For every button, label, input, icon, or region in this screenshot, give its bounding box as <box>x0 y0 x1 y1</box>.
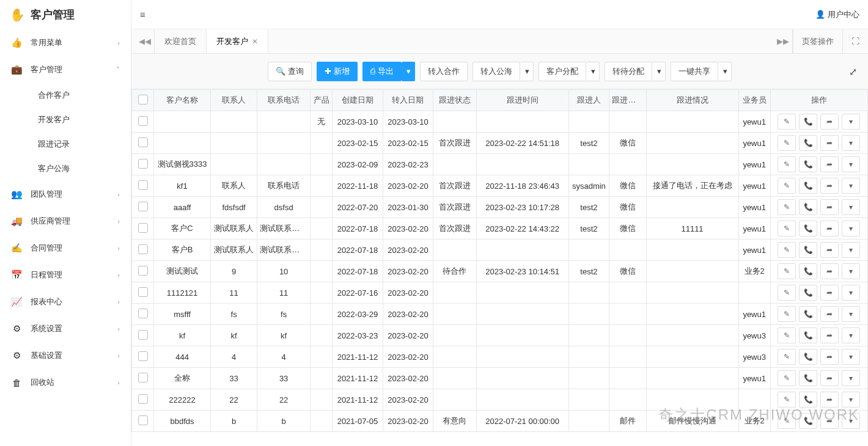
tabs-next-button[interactable]: ▶▶ <box>773 29 793 53</box>
transfer-sea-dropdown[interactable]: ▾ <box>520 62 534 81</box>
more-button[interactable]: ▾ <box>842 178 860 194</box>
sidebar-item-5[interactable]: 📅日程管理› <box>0 261 131 288</box>
edit-button[interactable]: ✎ <box>778 392 796 408</box>
sidebar-item-2[interactable]: 👥团队管理› <box>0 181 131 208</box>
edit-button[interactable]: ✎ <box>778 221 796 236</box>
sidebar-item-6[interactable]: 📈报表中心› <box>0 288 131 315</box>
call-button[interactable]: 📞 <box>799 178 817 194</box>
row-checkbox[interactable] <box>138 373 148 382</box>
edit-button[interactable]: ✎ <box>778 285 796 301</box>
more-button[interactable]: ▾ <box>842 285 860 301</box>
sidebar-item-0[interactable]: 👍常用菜单› <box>0 29 131 56</box>
sidebar-item-4[interactable]: ✍合同管理› <box>0 235 131 261</box>
forward-button[interactable]: ➦ <box>820 178 839 194</box>
row-checkbox[interactable] <box>138 351 148 361</box>
call-button[interactable]: 📞 <box>799 327 817 343</box>
edit-button[interactable]: ✎ <box>778 413 796 429</box>
row-checkbox[interactable] <box>138 415 148 425</box>
edit-button[interactable]: ✎ <box>778 135 796 151</box>
more-button[interactable]: ▾ <box>842 242 860 258</box>
call-button[interactable]: 📞 <box>799 413 817 429</box>
reassign-button[interactable]: 转待分配 <box>605 62 652 81</box>
call-button[interactable]: 📞 <box>799 285 817 301</box>
edit-button[interactable]: ✎ <box>778 199 796 215</box>
forward-button[interactable]: ➦ <box>820 285 839 301</box>
sidebar-item-3[interactable]: 🚚供应商管理› <box>0 208 131 235</box>
edit-button[interactable]: ✎ <box>778 370 796 386</box>
share-button[interactable]: 一键共享 <box>671 62 718 81</box>
more-button[interactable]: ▾ <box>842 392 860 408</box>
collapse-sidebar-button[interactable]: ≡ <box>140 9 145 20</box>
select-all-checkbox[interactable] <box>138 95 148 104</box>
row-checkbox[interactable] <box>138 159 148 169</box>
submenu-item-1-1[interactable]: 开发客户 <box>0 108 131 132</box>
sidebar-item-1[interactable]: 💼客户管理˅ <box>0 56 131 83</box>
edit-button[interactable]: ✎ <box>778 263 796 279</box>
edit-button[interactable]: ✎ <box>778 242 796 258</box>
row-checkbox[interactable] <box>138 116 148 126</box>
more-button[interactable]: ▾ <box>842 135 860 151</box>
row-checkbox[interactable] <box>138 244 148 254</box>
share-dropdown[interactable]: ▾ <box>718 62 732 81</box>
forward-button[interactable]: ➦ <box>820 327 839 343</box>
row-checkbox[interactable] <box>138 330 148 340</box>
call-button[interactable]: 📞 <box>799 392 817 408</box>
row-checkbox[interactable] <box>138 137 148 147</box>
submenu-item-1-2[interactable]: 跟进记录 <box>0 132 131 156</box>
fullscreen-tab-button[interactable]: ⛶ <box>842 29 868 53</box>
export-button[interactable]: ⎙ 导出 <box>362 62 402 81</box>
tab-1[interactable]: 开发客户✕ <box>207 29 268 53</box>
row-checkbox[interactable] <box>138 309 148 318</box>
tab-0[interactable]: 欢迎首页 <box>155 29 207 53</box>
row-checkbox[interactable] <box>138 202 148 211</box>
call-button[interactable]: 📞 <box>799 114 817 130</box>
call-button[interactable]: 📞 <box>799 263 817 279</box>
call-button[interactable]: 📞 <box>799 306 817 322</box>
sidebar-item-9[interactable]: 🗑回收站› <box>0 369 131 396</box>
transfer-sea-button[interactable]: 转入公海 <box>473 62 520 81</box>
call-button[interactable]: 📞 <box>799 349 817 365</box>
more-button[interactable]: ▾ <box>842 156 860 172</box>
submenu-item-1-0[interactable]: 合作客户 <box>0 83 131 108</box>
assign-button[interactable]: 客户分配 <box>539 62 586 81</box>
sidebar-item-8[interactable]: ⚙基础设置› <box>0 342 131 369</box>
forward-button[interactable]: ➦ <box>820 156 839 172</box>
row-checkbox[interactable] <box>138 180 148 190</box>
more-button[interactable]: ▾ <box>842 114 860 130</box>
forward-button[interactable]: ➦ <box>820 242 839 258</box>
expand-icon[interactable]: ⤢ <box>849 65 857 77</box>
edit-button[interactable]: ✎ <box>778 114 796 130</box>
reassign-dropdown[interactable]: ▾ <box>652 62 666 81</box>
assign-dropdown[interactable]: ▾ <box>586 62 600 81</box>
export-dropdown-button[interactable]: ▾ <box>402 62 415 81</box>
more-button[interactable]: ▾ <box>842 327 860 343</box>
forward-button[interactable]: ➦ <box>820 370 839 386</box>
call-button[interactable]: 📞 <box>799 221 817 236</box>
forward-button[interactable]: ➦ <box>820 392 839 408</box>
call-button[interactable]: 📞 <box>799 156 817 172</box>
tabs-prev-button[interactable]: ◀◀ <box>135 29 155 53</box>
more-button[interactable]: ▾ <box>842 263 860 279</box>
row-checkbox[interactable] <box>138 287 148 297</box>
call-button[interactable]: 📞 <box>799 135 817 151</box>
edit-button[interactable]: ✎ <box>778 156 796 172</box>
row-checkbox[interactable] <box>138 266 148 276</box>
more-button[interactable]: ▾ <box>842 370 860 386</box>
edit-button[interactable]: ✎ <box>778 178 796 194</box>
more-button[interactable]: ▾ <box>842 306 860 322</box>
forward-button[interactable]: ➦ <box>820 413 839 429</box>
tab-operations-button[interactable]: 页签操作 <box>793 29 842 53</box>
more-button[interactable]: ▾ <box>842 221 860 236</box>
forward-button[interactable]: ➦ <box>820 135 839 151</box>
row-checkbox[interactable] <box>138 394 148 404</box>
more-button[interactable]: ▾ <box>842 413 860 429</box>
call-button[interactable]: 📞 <box>799 199 817 215</box>
transfer-coop-button[interactable]: 转入合作 <box>420 62 468 81</box>
call-button[interactable]: 📞 <box>799 370 817 386</box>
call-button[interactable]: 📞 <box>799 242 817 258</box>
edit-button[interactable]: ✎ <box>778 327 796 343</box>
row-checkbox[interactable] <box>138 223 148 233</box>
forward-button[interactable]: ➦ <box>820 114 839 130</box>
sidebar-item-7[interactable]: ⚙系统设置› <box>0 315 131 342</box>
submenu-item-1-3[interactable]: 客户公海 <box>0 156 131 181</box>
